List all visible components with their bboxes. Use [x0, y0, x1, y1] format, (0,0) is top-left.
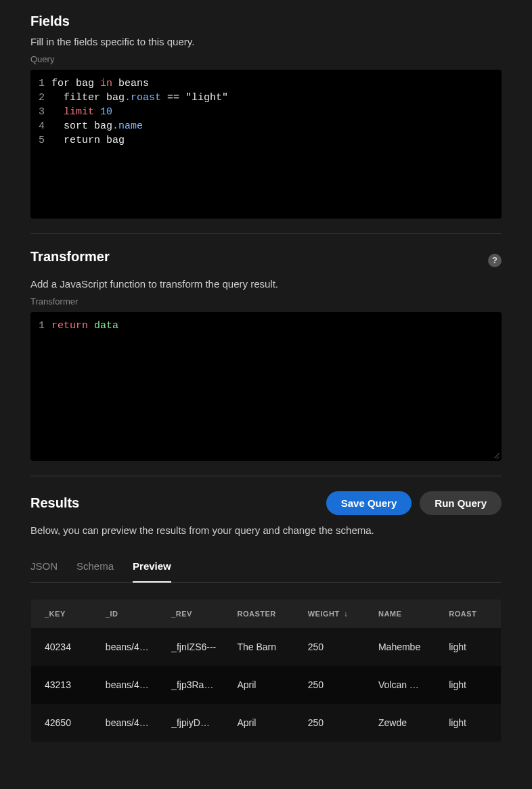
cell-_key: 43213 [31, 666, 92, 704]
divider [30, 233, 502, 234]
cell-_rev: _fjp3Ra… [158, 666, 223, 704]
cell-_rev: _fjnIZS6--- [158, 628, 223, 666]
cell-roast: light [435, 704, 501, 742]
cell-roast: light [435, 628, 501, 666]
tab-preview[interactable]: Preview [133, 554, 171, 583]
fields-section: Fields Fill in the fields specific to th… [30, 14, 502, 219]
cell-_key: 40234 [31, 628, 92, 666]
table-body: 40234beans/4…_fjnIZS6---The Barn250Mahem… [31, 628, 502, 742]
results-table: _KEY_ID_REVROASTERWEIGHT↓NAMEROAST 40234… [30, 599, 502, 742]
results-description: Below, you can preview the results from … [30, 524, 502, 536]
column-header-name[interactable]: NAME [365, 600, 435, 629]
cell-_id: beans/4… [92, 704, 158, 742]
cell-roast: light [435, 666, 501, 704]
results-section: Results Save Query Run Query Below, you … [30, 491, 502, 742]
column-header-_key[interactable]: _KEY [31, 600, 92, 629]
cell-roaster: April [223, 666, 294, 704]
fields-description: Fill in the fields specific to this quer… [30, 36, 502, 47]
cell-_id: beans/4… [92, 628, 158, 666]
transformer-label: Transformer [30, 296, 502, 307]
help-icon[interactable]: ? [488, 254, 502, 267]
column-header-roaster[interactable]: ROASTER [223, 600, 294, 629]
cell-name: Zewde [365, 704, 435, 742]
transformer-title: Transformer [30, 249, 110, 265]
cell-weight: 250 [294, 704, 365, 742]
cell-weight: 250 [294, 628, 365, 666]
cell-weight: 250 [294, 666, 365, 704]
tab-schema[interactable]: Schema [76, 554, 114, 583]
query-code[interactable]: for bag in beans filter bag.roast == "li… [51, 76, 502, 212]
query-gutter: 12345 [30, 76, 51, 212]
query-label: Query [30, 54, 502, 64]
results-title: Results [30, 495, 79, 511]
column-header-weight[interactable]: WEIGHT↓ [294, 600, 365, 629]
sort-desc-icon: ↓ [344, 609, 349, 618]
transformer-description: Add a JavaScript function to transform t… [30, 278, 502, 290]
column-header-_rev[interactable]: _REV [158, 600, 223, 629]
table-row[interactable]: 43213beans/4…_fjp3Ra…April250Volcan …lig… [31, 666, 502, 704]
resize-handle-icon[interactable] [491, 451, 500, 459]
run-query-button[interactable]: Run Query [420, 491, 502, 515]
divider [30, 476, 502, 476]
results-tabs: JSONSchemaPreview [30, 554, 502, 583]
cell-roaster: The Barn [223, 628, 294, 666]
cell-name: Mahembe [365, 628, 435, 666]
cell-_rev: _fjpiyD… [158, 704, 223, 742]
transformer-gutter: 1 [30, 319, 51, 454]
save-query-button[interactable]: Save Query [326, 491, 412, 515]
tab-json[interactable]: JSON [30, 554, 58, 583]
transformer-editor[interactable]: 1 return data [30, 312, 502, 461]
cell-name: Volcan … [365, 666, 435, 704]
cell-_key: 42650 [31, 704, 92, 742]
transformer-section: Transformer ? Add a JavaScript function … [30, 249, 502, 461]
cell-_id: beans/4… [92, 666, 158, 704]
transformer-code[interactable]: return data [51, 319, 502, 454]
column-header-roast[interactable]: ROAST [435, 600, 501, 629]
table-row[interactable]: 40234beans/4…_fjnIZS6---The Barn250Mahem… [31, 628, 502, 666]
fields-title: Fields [30, 14, 502, 29]
table-header-row: _KEY_ID_REVROASTERWEIGHT↓NAMEROAST [31, 600, 502, 629]
cell-roaster: April [223, 704, 294, 742]
column-header-_id[interactable]: _ID [92, 600, 158, 629]
table-row[interactable]: 42650beans/4…_fjpiyD…April250Zewdelight [31, 704, 502, 742]
query-editor[interactable]: 12345 for bag in beans filter bag.roast … [30, 70, 502, 219]
